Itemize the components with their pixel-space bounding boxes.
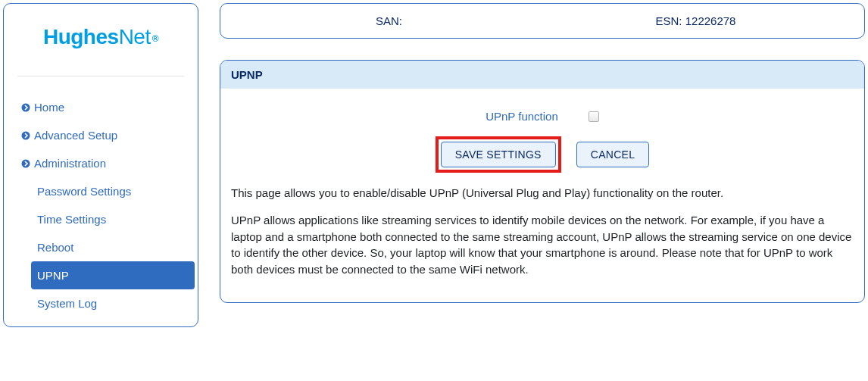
description: This page allows you to enable/disable U…	[231, 185, 854, 278]
subnav-password-label: Password Settings	[37, 185, 131, 198]
brand-dot: ®	[152, 33, 158, 44]
description-para-1: This page allows you to enable/disable U…	[231, 185, 854, 201]
upnp-form-row: UPnP function	[231, 110, 854, 123]
info-bar: SAN: ESN: 12226278	[220, 3, 865, 39]
save-highlight-frame: SAVE SETTINGS	[436, 136, 561, 173]
sidebar-divider	[17, 76, 184, 77]
cancel-button[interactable]: CANCEL	[576, 142, 650, 167]
nav-home[interactable]: Home	[14, 93, 187, 121]
sidebar: HughesNet® Home Advanced Setup A	[3, 3, 198, 327]
svg-point-1	[22, 131, 30, 139]
nav-home-label: Home	[34, 101, 64, 114]
svg-point-2	[22, 159, 30, 167]
subnav-reboot[interactable]: Reboot	[31, 233, 198, 261]
subnav-upnp-label: UPNP	[37, 269, 69, 282]
nav-administration[interactable]: Administration	[14, 149, 187, 177]
subnav-system-log[interactable]: System Log	[31, 289, 198, 317]
nav-admin-label: Administration	[34, 157, 106, 170]
upnp-function-label: UPnP function	[486, 110, 558, 123]
subnav-time-label: Time Settings	[37, 213, 106, 226]
main-content: SAN: ESN: 12226278 UPNP UPnP function SA…	[220, 3, 865, 303]
button-row: SAVE SETTINGS CANCEL	[231, 136, 854, 173]
san-label: SAN:	[376, 14, 402, 27]
subnav-upnp[interactable]: UPNP	[31, 261, 195, 289]
subnav-reboot-label: Reboot	[37, 241, 73, 254]
upnp-function-checkbox[interactable]	[589, 111, 599, 122]
esn-label: ESN: 12226278	[656, 14, 736, 27]
panel-title: UPNP	[220, 61, 864, 89]
upnp-panel: UPNP UPnP function SAVE SETTINGS CANCEL …	[220, 60, 865, 303]
san-field: SAN:	[236, 14, 542, 27]
chevron-right-icon	[20, 158, 31, 169]
subnav-syslog-label: System Log	[37, 297, 97, 310]
svg-point-0	[22, 103, 30, 111]
save-settings-button[interactable]: SAVE SETTINGS	[441, 142, 556, 167]
chevron-right-icon	[20, 130, 31, 141]
brand-primary: Hughes	[43, 25, 119, 48]
nav-advanced-setup[interactable]: Advanced Setup	[14, 121, 187, 149]
description-para-2: UPnP allows applications like streaming …	[231, 212, 854, 278]
brand-secondary: Net	[119, 25, 151, 48]
subnav-password-settings[interactable]: Password Settings	[31, 177, 198, 205]
nav-advanced-label: Advanced Setup	[34, 129, 117, 142]
brand-logo: HughesNet®	[4, 4, 198, 65]
chevron-right-icon	[20, 102, 31, 113]
esn-field: ESN: 12226278	[542, 14, 849, 27]
subnav-time-settings[interactable]: Time Settings	[31, 205, 198, 233]
